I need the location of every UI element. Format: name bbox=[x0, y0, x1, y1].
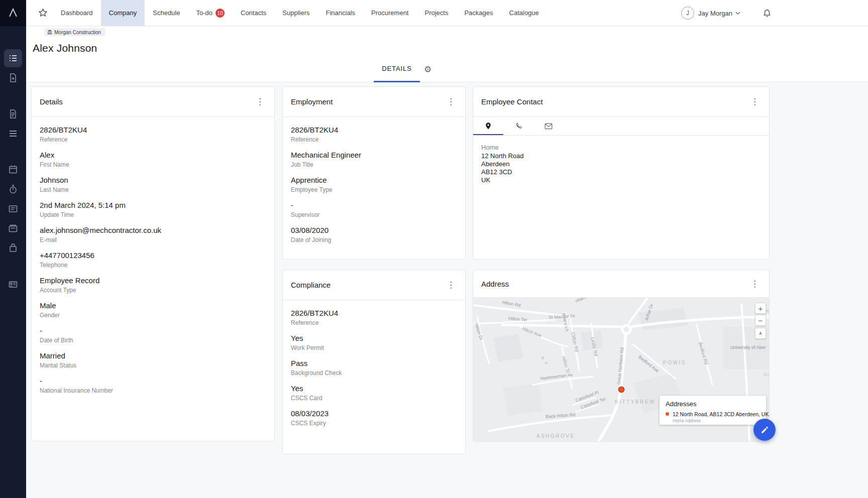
map-label: University of Aber bbox=[730, 345, 766, 350]
field-employee-type: ApprenticeEmployee Type bbox=[291, 175, 457, 194]
employment-card-title: Employment bbox=[291, 97, 333, 106]
employment-kebab-menu-icon[interactable]: ⋮ bbox=[444, 95, 458, 108]
list-icon bbox=[8, 53, 18, 63]
field-cscs-card: YesCSCS Card bbox=[291, 384, 457, 403]
nav-contacts[interactable]: Contacts bbox=[233, 0, 274, 26]
compliance-kebab-menu-icon[interactable]: ⋮ bbox=[444, 279, 458, 291]
edit-fab-button[interactable] bbox=[753, 419, 776, 441]
nav-schedule[interactable]: Schedule bbox=[145, 0, 188, 26]
field-comp-reference: 2826/BT2KU4Reference bbox=[291, 308, 457, 327]
field-last-name: JohnsonLast Name bbox=[40, 175, 266, 194]
compliance-card: Compliance ⋮ 2826/BT2KU4Reference YesWor… bbox=[282, 270, 466, 454]
field-job-title: Mechanical EngineerJob Title bbox=[291, 150, 457, 169]
details-kebab-menu-icon[interactable]: ⋮ bbox=[253, 95, 267, 108]
phone-icon bbox=[515, 122, 522, 130]
employee-contact-kebab-menu-icon[interactable]: ⋮ bbox=[747, 95, 762, 108]
calendar-icon[interactable] bbox=[8, 164, 18, 174]
map-label: KITTYBREW bbox=[615, 399, 656, 405]
field-supervisor: -Supervisor bbox=[291, 200, 457, 219]
address-kebab-menu-icon[interactable]: ⋮ bbox=[747, 278, 762, 290]
logo-icon bbox=[7, 7, 19, 19]
employee-contact-card: Employee Contact ⋮ Home 12 North Road Ab… bbox=[473, 86, 770, 260]
zoom-out-button[interactable]: − bbox=[755, 315, 766, 326]
nav-packages[interactable]: Packages bbox=[456, 0, 501, 26]
app-logo[interactable] bbox=[0, 0, 26, 26]
field-account-type: Employee RecordAccount Type bbox=[40, 276, 266, 295]
breadcrumb-company-label: Morgan Construction bbox=[54, 30, 101, 35]
tab-settings-gear-icon[interactable]: ⚙ bbox=[424, 64, 431, 75]
field-ni-number: -National Insurance Number bbox=[40, 376, 266, 395]
sidebar bbox=[0, 0, 26, 498]
nav-suppliers[interactable]: Suppliers bbox=[274, 0, 317, 26]
file-add-icon[interactable] bbox=[8, 73, 18, 83]
address-card: Address ⋮ bbox=[473, 270, 770, 442]
bearing-arrow-icon bbox=[758, 331, 763, 336]
nav-company[interactable]: Company bbox=[101, 0, 145, 26]
employee-contact-card-title: Employee Contact bbox=[481, 97, 543, 106]
card-stack-icon[interactable] bbox=[8, 223, 18, 233]
details-card: Details ⋮ 2826/BT2KU4Reference AlexFirst… bbox=[31, 86, 275, 441]
chevron-down-icon[interactable] bbox=[735, 12, 740, 15]
address-line-street: 12 North Road bbox=[481, 152, 761, 160]
address-card-title: Address bbox=[481, 280, 509, 288]
breadcrumb[interactable]: Morgan Construction bbox=[44, 28, 105, 36]
nav-financials[interactable]: Financials bbox=[318, 0, 364, 26]
map-bearing-button[interactable] bbox=[755, 328, 766, 339]
map-label: POWIS bbox=[663, 360, 686, 365]
map-canvas[interactable]: Hilton Rd rthern Rd achar Dr OL ABER Hil… bbox=[473, 298, 769, 442]
field-date-of-joining: 03/08/2020Date of Joining bbox=[291, 225, 457, 244]
address-line-postcode: AB12 3CD bbox=[481, 168, 761, 176]
user-name[interactable]: Jay Morgan bbox=[698, 10, 732, 17]
notifications-bell-icon[interactable] bbox=[763, 9, 772, 18]
field-first-name: AlexFirst Name bbox=[40, 150, 266, 169]
overlay-address-subtext: Home Address bbox=[673, 418, 769, 423]
nav-procurement[interactable]: Procurement bbox=[363, 0, 416, 26]
map-marker bbox=[619, 387, 624, 393]
details-card-title: Details bbox=[40, 97, 63, 106]
nav-projects[interactable]: Projects bbox=[416, 0, 456, 26]
mail-icon bbox=[545, 123, 553, 130]
favorite-star-icon[interactable] bbox=[38, 8, 48, 18]
field-background-check: PassBackground Check bbox=[291, 358, 457, 378]
nav-todo[interactable]: To-do10 bbox=[188, 0, 233, 26]
addresses-overlay-title: Addresses bbox=[666, 400, 760, 408]
field-work-permit: YesWork Permit bbox=[291, 333, 457, 352]
addresses-overlay-row[interactable]: 12 North Road, AB12 3CD Aberdeen, UK Hom… bbox=[666, 411, 760, 423]
nav-catalogue[interactable]: Catalogue bbox=[501, 0, 547, 26]
field-email: alex.johnson@mechcontractor.co.ukE-mail bbox=[40, 225, 266, 244]
field-update-time: 2nd March 2024, 5:14 pmUpdate Time bbox=[40, 200, 266, 219]
map-zoom-controls: + − bbox=[755, 303, 766, 339]
timer-icon[interactable] bbox=[8, 184, 18, 194]
map-label: Ur bbox=[764, 372, 769, 377]
id-card-icon[interactable] bbox=[8, 279, 18, 289]
rows-icon[interactable] bbox=[8, 129, 18, 139]
card-lines-icon[interactable] bbox=[8, 204, 18, 214]
tab-details-label: DETAILS bbox=[382, 65, 412, 72]
user-avatar[interactable]: J bbox=[681, 7, 694, 20]
compliance-card-title: Compliance bbox=[291, 281, 331, 289]
tab-phone[interactable] bbox=[503, 117, 533, 135]
contact-method-tabs bbox=[473, 117, 769, 136]
tab-active-underline bbox=[374, 81, 420, 82]
pencil-icon bbox=[761, 426, 769, 434]
field-cscs-expiry: 08/03/2023CSCS Expiry bbox=[291, 409, 457, 428]
field-reference: 2826/BT2KU4Reference bbox=[40, 125, 266, 144]
address-marker-dot-icon bbox=[666, 412, 669, 416]
zoom-in-button[interactable]: + bbox=[755, 303, 766, 314]
employment-card: Employment ⋮ 2826/BT2KU4Reference Mechan… bbox=[282, 86, 466, 260]
field-gender: MaleGender bbox=[40, 301, 266, 320]
todo-count-badge: 10 bbox=[215, 9, 225, 18]
tab-email[interactable] bbox=[533, 117, 564, 135]
field-date-of-birth: -Date of Birth bbox=[40, 326, 266, 345]
nav-dashboard[interactable]: Dashboard bbox=[53, 0, 101, 26]
address-type-label: Home bbox=[481, 144, 761, 151]
field-telephone: +447700123456Telephone bbox=[40, 251, 266, 270]
tab-address[interactable] bbox=[473, 117, 503, 135]
sidebar-item-list[interactable] bbox=[4, 49, 22, 67]
top-navigation: Dashboard Company Schedule To-do10 Conta… bbox=[26, 0, 868, 26]
bag-icon[interactable] bbox=[8, 243, 18, 253]
field-marital-status: MarriedMarital Status bbox=[40, 351, 266, 370]
map-label: ASHGROVE bbox=[536, 433, 575, 439]
tab-details[interactable]: DETAILS bbox=[374, 61, 420, 82]
document-icon[interactable] bbox=[8, 109, 18, 119]
